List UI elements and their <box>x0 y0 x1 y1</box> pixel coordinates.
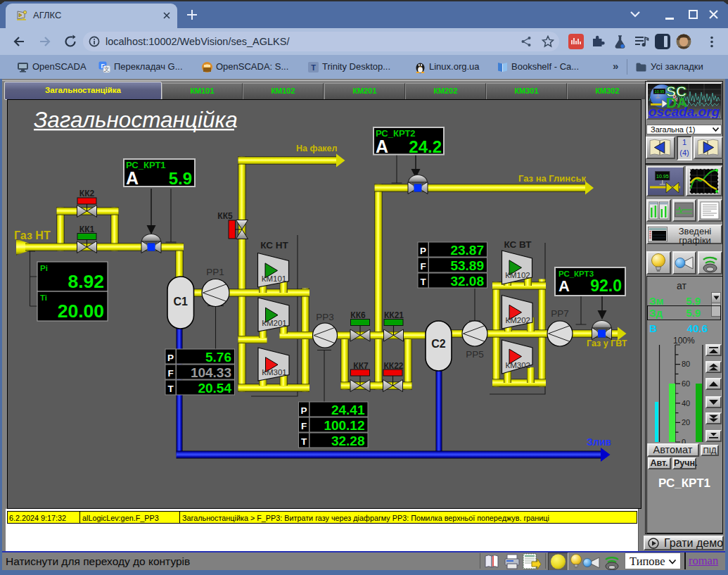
svg-text:КС ВТ: КС ВТ <box>504 239 532 250</box>
svg-text:53.89: 53.89 <box>450 258 484 273</box>
svg-text:10.95: 10.95 <box>656 174 669 179</box>
svg-text:РР3: РР3 <box>316 312 334 322</box>
svg-text:32.08: 32.08 <box>450 274 484 289</box>
svg-text:РР1: РР1 <box>206 267 224 277</box>
svg-text:КМ101: КМ101 <box>262 274 286 283</box>
svg-text:КК6: КК6 <box>350 310 366 320</box>
svg-text:Газ у ГВТ: Газ у ГВТ <box>587 339 627 348</box>
svg-text:文: 文 <box>104 66 110 72</box>
svg-text:F: F <box>301 421 307 431</box>
svg-text:32.28: 32.28 <box>331 434 365 448</box>
svg-text:104.33: 104.33 <box>191 365 231 380</box>
svg-text:Pi: Pi <box>40 264 48 272</box>
svg-text:А: А <box>558 277 570 295</box>
svg-text:Газ на Глинськ: Газ на Глинськ <box>518 173 586 184</box>
svg-text:C1: C1 <box>173 296 188 308</box>
svg-text:P: P <box>420 246 426 256</box>
svg-text:P: P <box>300 405 307 416</box>
svg-text:C2: C2 <box>431 338 446 350</box>
svg-text:40: 40 <box>682 399 690 407</box>
svg-text:23.87: 23.87 <box>450 243 484 258</box>
svg-text:oscada.org: oscada.org <box>648 103 720 118</box>
svg-text:А: А <box>126 168 139 188</box>
svg-text:5.9: 5.9 <box>169 169 192 188</box>
svg-text:КК1: КК1 <box>79 225 95 234</box>
svg-text:Газ НТ: Газ НТ <box>14 229 51 241</box>
svg-text:5.76: 5.76 <box>205 350 231 365</box>
svg-text:T: T <box>167 384 174 394</box>
svg-text:100.12: 100.12 <box>324 418 364 433</box>
svg-text:КМ102: КМ102 <box>505 271 530 279</box>
svg-text:РР7: РР7 <box>551 308 569 319</box>
svg-text:КМ201: КМ201 <box>262 319 286 327</box>
svg-text:Загальностанційка: Загальностанційка <box>34 107 238 132</box>
svg-text:20.00: 20.00 <box>58 301 104 322</box>
svg-text:F: F <box>167 368 173 379</box>
svg-text:8.92: 8.92 <box>68 271 104 292</box>
svg-text:КС НТ: КС НТ <box>260 240 288 251</box>
svg-text:60: 60 <box>682 379 690 388</box>
svg-text:РР5: РР5 <box>466 349 484 360</box>
svg-text:20: 20 <box>682 418 690 426</box>
svg-text:80: 80 <box>682 360 690 368</box>
svg-text:T: T <box>420 277 426 287</box>
svg-text:КК2: КК2 <box>79 189 95 198</box>
svg-text:92.0: 92.0 <box>590 277 622 295</box>
svg-text:T: T <box>311 63 316 72</box>
svg-text:КК5: КК5 <box>217 211 233 221</box>
svg-text:24.2: 24.2 <box>409 137 442 156</box>
svg-text:КК7: КК7 <box>353 361 369 371</box>
svg-text:КМ202: КМ202 <box>506 316 530 324</box>
svg-text:КК22: КК22 <box>384 361 404 371</box>
svg-text:Ti: Ti <box>40 293 47 302</box>
svg-text:20.54: 20.54 <box>198 381 231 396</box>
svg-text:24.41: 24.41 <box>331 403 365 417</box>
svg-text:10.95: 10.95 <box>654 89 664 94</box>
svg-text:Злив: Злив <box>587 436 611 448</box>
svg-text:P: P <box>167 353 174 363</box>
svg-text:КК21: КК21 <box>384 310 404 320</box>
svg-text:T: T <box>301 436 307 447</box>
svg-text:КМ302: КМ302 <box>506 361 530 369</box>
svg-text:На факел: На факел <box>296 144 338 153</box>
svg-text:F: F <box>420 261 426 272</box>
svg-text:КМ301: КМ301 <box>262 368 286 377</box>
svg-text:А: А <box>376 137 388 156</box>
